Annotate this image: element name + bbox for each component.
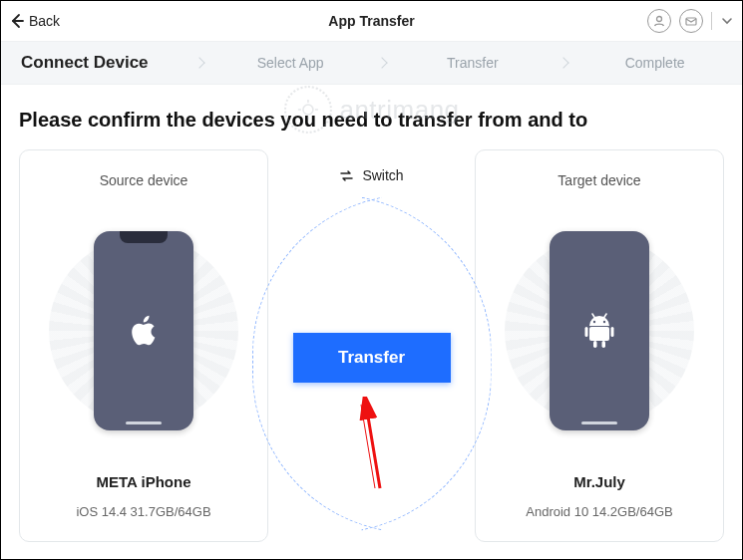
titlebar: Back App Transfer	[1, 1, 742, 41]
annotation-arrow-icon	[352, 397, 392, 496]
svg-line-13	[604, 314, 607, 318]
svg-point-10	[593, 321, 595, 323]
page-heading: Please confirm the devices you need to t…	[1, 85, 742, 149]
divider	[711, 12, 712, 30]
svg-rect-17	[593, 341, 597, 348]
step-connect-device[interactable]: Connect Device	[1, 53, 195, 73]
center-column: Switch Transfer	[268, 149, 475, 548]
app-title: App Transfer	[328, 13, 414, 29]
step-complete: Complete	[567, 55, 742, 71]
svg-line-8	[366, 405, 380, 488]
android-icon	[583, 312, 615, 350]
target-device-card: Target device	[475, 149, 724, 542]
apple-icon	[129, 313, 159, 349]
arrow-left-icon	[9, 13, 25, 29]
target-device-title: Target device	[486, 172, 713, 188]
target-device-name: Mr.July	[486, 473, 713, 490]
source-device-info: iOS 14.4 31.7GB/64GB	[30, 504, 257, 519]
main-area: Source device META iPhone iOS 14.4 31.7G…	[1, 149, 742, 548]
step-bar: Connect Device Select App Transfer Compl…	[1, 41, 742, 85]
svg-point-1	[657, 17, 662, 22]
back-label: Back	[29, 13, 60, 29]
source-device-card: Source device META iPhone iOS 14.4 31.7G…	[19, 149, 268, 542]
source-device-name: META iPhone	[30, 473, 257, 490]
svg-point-11	[603, 321, 605, 323]
svg-line-12	[592, 314, 595, 318]
switch-button[interactable]: Switch	[339, 167, 403, 183]
transfer-button[interactable]: Transfer	[293, 333, 451, 383]
source-device-title: Source device	[30, 172, 257, 188]
switch-icon	[339, 168, 354, 183]
svg-rect-15	[585, 327, 588, 337]
step-transfer: Transfer	[386, 55, 560, 71]
svg-line-9	[361, 405, 375, 488]
switch-label: Switch	[362, 167, 403, 183]
svg-rect-16	[611, 327, 614, 337]
step-select-app: Select App	[203, 55, 378, 71]
account-icon[interactable]	[647, 9, 671, 33]
svg-rect-14	[589, 327, 609, 341]
target-phone-graphic	[505, 216, 694, 445]
target-device-info: Android 10 14.2GB/64GB	[486, 504, 713, 519]
back-button[interactable]: Back	[9, 13, 60, 29]
source-phone-graphic	[49, 216, 238, 445]
mail-icon[interactable]	[679, 9, 703, 33]
svg-rect-18	[602, 341, 606, 348]
chevron-down-icon[interactable]	[720, 14, 734, 28]
